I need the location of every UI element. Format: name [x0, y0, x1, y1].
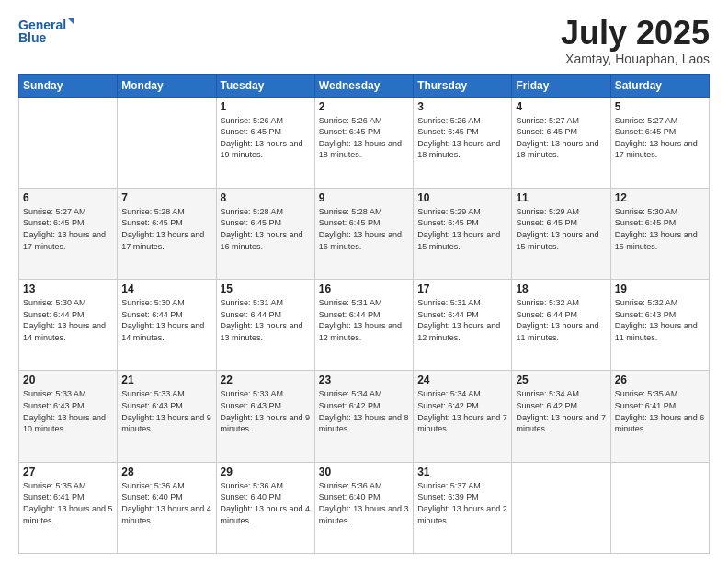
- header: General Blue July 2025 Xamtay, Houaphan,…: [18, 15, 710, 66]
- day-info: Sunrise: 5:33 AM Sunset: 6:43 PM Dayligh…: [121, 388, 211, 434]
- day-info: Sunrise: 5:36 AM Sunset: 6:40 PM Dayligh…: [221, 480, 311, 526]
- calendar-cell: 13Sunrise: 5:30 AM Sunset: 6:44 PM Dayli…: [19, 280, 118, 371]
- calendar-cell: 10Sunrise: 5:29 AM Sunset: 6:45 PM Dayli…: [414, 188, 512, 279]
- location-subtitle: Xamtay, Houaphan, Laos: [561, 52, 710, 66]
- day-header-tuesday: Tuesday: [216, 74, 314, 97]
- day-header-wednesday: Wednesday: [314, 74, 413, 97]
- day-info: Sunrise: 5:26 AM Sunset: 6:45 PM Dayligh…: [221, 115, 311, 161]
- day-number: 17: [417, 282, 507, 295]
- week-row-2: 6Sunrise: 5:27 AM Sunset: 6:45 PM Daylig…: [19, 188, 710, 279]
- day-info: Sunrise: 5:28 AM Sunset: 6:45 PM Dayligh…: [121, 206, 211, 252]
- calendar-cell: 31Sunrise: 5:37 AM Sunset: 6:39 PM Dayli…: [414, 462, 512, 553]
- calendar-cell: 16Sunrise: 5:31 AM Sunset: 6:44 PM Dayli…: [314, 280, 413, 371]
- calendar-cell: 5Sunrise: 5:27 AM Sunset: 6:45 PM Daylig…: [610, 97, 709, 188]
- day-number: 15: [221, 282, 311, 295]
- calendar-cell: [512, 462, 610, 553]
- calendar-body: 1Sunrise: 5:26 AM Sunset: 6:45 PM Daylig…: [19, 97, 710, 553]
- day-header-friday: Friday: [512, 74, 610, 97]
- calendar-cell: [118, 97, 216, 188]
- week-row-5: 27Sunrise: 5:35 AM Sunset: 6:41 PM Dayli…: [19, 462, 710, 553]
- day-number: 5: [615, 100, 705, 113]
- day-number: 21: [121, 373, 211, 386]
- day-info: Sunrise: 5:33 AM Sunset: 6:43 PM Dayligh…: [221, 388, 311, 434]
- day-number: 29: [221, 465, 311, 478]
- calendar-cell: 23Sunrise: 5:34 AM Sunset: 6:42 PM Dayli…: [314, 371, 413, 462]
- calendar-cell: 19Sunrise: 5:32 AM Sunset: 6:43 PM Dayli…: [610, 280, 709, 371]
- calendar-cell: 4Sunrise: 5:27 AM Sunset: 6:45 PM Daylig…: [512, 97, 610, 188]
- calendar-cell: 28Sunrise: 5:36 AM Sunset: 6:40 PM Dayli…: [118, 462, 216, 553]
- calendar-cell: 21Sunrise: 5:33 AM Sunset: 6:43 PM Dayli…: [118, 371, 216, 462]
- day-number: 19: [615, 282, 705, 295]
- day-number: 26: [615, 373, 705, 386]
- day-info: Sunrise: 5:36 AM Sunset: 6:40 PM Dayligh…: [121, 480, 211, 526]
- day-info: Sunrise: 5:35 AM Sunset: 6:41 PM Dayligh…: [615, 388, 705, 434]
- day-number: 2: [319, 100, 409, 113]
- day-number: 25: [516, 373, 606, 386]
- day-number: 16: [319, 282, 409, 295]
- day-number: 27: [23, 465, 113, 478]
- day-info: Sunrise: 5:36 AM Sunset: 6:40 PM Dayligh…: [319, 480, 409, 526]
- day-number: 31: [417, 465, 507, 478]
- day-info: Sunrise: 5:29 AM Sunset: 6:45 PM Dayligh…: [516, 206, 606, 252]
- day-number: 30: [319, 465, 409, 478]
- day-info: Sunrise: 5:30 AM Sunset: 6:45 PM Dayligh…: [615, 206, 705, 252]
- day-info: Sunrise: 5:28 AM Sunset: 6:45 PM Dayligh…: [221, 206, 311, 252]
- day-info: Sunrise: 5:28 AM Sunset: 6:45 PM Dayligh…: [319, 206, 409, 252]
- calendar-cell: 26Sunrise: 5:35 AM Sunset: 6:41 PM Dayli…: [610, 371, 709, 462]
- day-header-thursday: Thursday: [414, 74, 512, 97]
- day-number: 23: [319, 373, 409, 386]
- calendar-cell: 22Sunrise: 5:33 AM Sunset: 6:43 PM Dayli…: [216, 371, 314, 462]
- day-number: 22: [221, 373, 311, 386]
- svg-marker-2: [68, 18, 74, 24]
- day-info: Sunrise: 5:31 AM Sunset: 6:44 PM Dayligh…: [417, 297, 507, 343]
- day-info: Sunrise: 5:34 AM Sunset: 6:42 PM Dayligh…: [417, 388, 507, 434]
- day-number: 28: [121, 465, 211, 478]
- logo: General Blue: [18, 15, 74, 48]
- calendar-cell: 8Sunrise: 5:28 AM Sunset: 6:45 PM Daylig…: [216, 188, 314, 279]
- calendar-cell: 14Sunrise: 5:30 AM Sunset: 6:44 PM Dayli…: [118, 280, 216, 371]
- day-number: 8: [221, 191, 311, 204]
- calendar-cell: 12Sunrise: 5:30 AM Sunset: 6:45 PM Dayli…: [610, 188, 709, 279]
- calendar-cell: [610, 462, 709, 553]
- day-info: Sunrise: 5:31 AM Sunset: 6:44 PM Dayligh…: [319, 297, 409, 343]
- day-number: 3: [417, 100, 507, 113]
- days-of-week-row: SundayMondayTuesdayWednesdayThursdayFrid…: [19, 74, 710, 97]
- calendar-cell: 20Sunrise: 5:33 AM Sunset: 6:43 PM Dayli…: [19, 371, 118, 462]
- day-info: Sunrise: 5:32 AM Sunset: 6:44 PM Dayligh…: [516, 297, 606, 343]
- day-number: 11: [516, 191, 606, 204]
- calendar-cell: 6Sunrise: 5:27 AM Sunset: 6:45 PM Daylig…: [19, 188, 118, 279]
- calendar-cell: 30Sunrise: 5:36 AM Sunset: 6:40 PM Dayli…: [314, 462, 413, 553]
- day-number: 20: [23, 373, 113, 386]
- day-number: 4: [516, 100, 606, 113]
- week-row-3: 13Sunrise: 5:30 AM Sunset: 6:44 PM Dayli…: [19, 280, 710, 371]
- day-number: 10: [417, 191, 507, 204]
- calendar-cell: 17Sunrise: 5:31 AM Sunset: 6:44 PM Dayli…: [414, 280, 512, 371]
- calendar-cell: 18Sunrise: 5:32 AM Sunset: 6:44 PM Dayli…: [512, 280, 610, 371]
- day-info: Sunrise: 5:26 AM Sunset: 6:45 PM Dayligh…: [417, 115, 507, 161]
- calendar-cell: 1Sunrise: 5:26 AM Sunset: 6:45 PM Daylig…: [216, 97, 314, 188]
- calendar-cell: 29Sunrise: 5:36 AM Sunset: 6:40 PM Dayli…: [216, 462, 314, 553]
- calendar-table: SundayMondayTuesdayWednesdayThursdayFrid…: [18, 74, 710, 554]
- month-title: July 2025: [561, 15, 710, 52]
- day-info: Sunrise: 5:35 AM Sunset: 6:41 PM Dayligh…: [23, 480, 113, 526]
- day-number: 13: [23, 282, 113, 295]
- day-number: 14: [121, 282, 211, 295]
- page: General Blue July 2025 Xamtay, Houaphan,…: [0, 0, 728, 563]
- day-number: 24: [417, 373, 507, 386]
- day-info: Sunrise: 5:30 AM Sunset: 6:44 PM Dayligh…: [23, 297, 113, 343]
- day-info: Sunrise: 5:27 AM Sunset: 6:45 PM Dayligh…: [615, 115, 705, 161]
- day-header-monday: Monday: [118, 74, 216, 97]
- day-info: Sunrise: 5:27 AM Sunset: 6:45 PM Dayligh…: [516, 115, 606, 161]
- calendar-cell: [19, 97, 118, 188]
- calendar-cell: 15Sunrise: 5:31 AM Sunset: 6:44 PM Dayli…: [216, 280, 314, 371]
- day-info: Sunrise: 5:34 AM Sunset: 6:42 PM Dayligh…: [319, 388, 409, 434]
- day-number: 6: [23, 191, 113, 204]
- calendar-cell: 24Sunrise: 5:34 AM Sunset: 6:42 PM Dayli…: [414, 371, 512, 462]
- day-info: Sunrise: 5:37 AM Sunset: 6:39 PM Dayligh…: [417, 480, 507, 526]
- day-info: Sunrise: 5:27 AM Sunset: 6:45 PM Dayligh…: [23, 206, 113, 252]
- day-number: 1: [221, 100, 311, 113]
- calendar-cell: 3Sunrise: 5:26 AM Sunset: 6:45 PM Daylig…: [414, 97, 512, 188]
- day-number: 9: [319, 191, 409, 204]
- calendar-cell: 2Sunrise: 5:26 AM Sunset: 6:45 PM Daylig…: [314, 97, 413, 188]
- calendar-cell: 27Sunrise: 5:35 AM Sunset: 6:41 PM Dayli…: [19, 462, 118, 553]
